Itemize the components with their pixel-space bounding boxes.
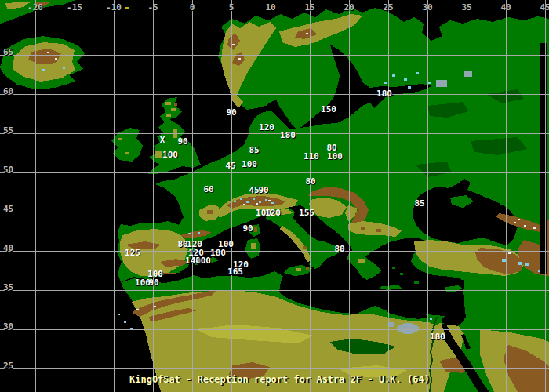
grid-line-vertical xyxy=(349,0,350,392)
reception-report-label: 90 xyxy=(177,137,187,146)
grid-line-horizontal xyxy=(0,251,549,252)
axis-label-longitude: -5 xyxy=(147,3,158,12)
axis-label-longitude: -20 xyxy=(27,3,43,12)
axis-label-latitude: 50 xyxy=(3,165,13,174)
axis-label-latitude: 30 xyxy=(3,322,13,331)
axis-label-latitude: 55 xyxy=(3,126,13,135)
reception-report-label: 80 xyxy=(334,245,344,253)
reception-report-label: 120 xyxy=(265,209,281,217)
reception-report-label: 180 xyxy=(280,131,296,140)
reception-report-label: 85 xyxy=(414,199,424,208)
grid-line-vertical xyxy=(310,0,311,392)
grid-line-vertical xyxy=(271,0,271,392)
axis-label-longitude: 30 xyxy=(422,3,432,12)
reception-report-label: 90 xyxy=(148,278,158,287)
map-title: KingOfSat - Reception report for Astra 2… xyxy=(129,374,430,385)
axis-label-latitude: 60 xyxy=(3,87,13,96)
axis-label-latitude: 25 xyxy=(3,361,13,370)
axis-label-longitude: 40 xyxy=(500,3,511,12)
grid-line-vertical xyxy=(192,0,193,392)
reception-report-label: 45 xyxy=(225,162,235,170)
grid-line-vertical xyxy=(35,0,36,392)
reception-report-label: 100 xyxy=(242,160,257,169)
reception-report-label: 100 xyxy=(195,256,211,265)
axis-label-longitude: 20 xyxy=(344,3,354,12)
grid-line-horizontal xyxy=(0,172,549,173)
reception-report-label: 180 xyxy=(376,89,392,98)
grid-line-horizontal xyxy=(0,16,549,16)
axis-label-latitude: 40 xyxy=(3,244,13,252)
reception-report-label: 180 xyxy=(430,332,445,341)
grid-line-vertical xyxy=(427,0,428,392)
axis-label-longitude: 5 xyxy=(229,3,235,12)
grid-line-horizontal xyxy=(0,94,549,95)
axis-label-longitude: 10 xyxy=(265,3,275,12)
reception-report-label: 120 xyxy=(259,123,274,132)
grid-line-vertical xyxy=(467,0,467,392)
axis-label-longitude: 35 xyxy=(461,3,471,12)
grid-line-horizontal xyxy=(0,55,549,56)
axis-label-longitude: 15 xyxy=(304,3,314,12)
map-edge-seam xyxy=(540,43,549,274)
reception-report-label: 80 xyxy=(305,177,315,186)
reception-report-label: 155 xyxy=(299,209,314,217)
grid-line-horizontal xyxy=(0,329,549,330)
grid-line-horizontal xyxy=(0,133,549,134)
axis-label-longitude: 25 xyxy=(383,3,393,12)
axis-label-latitude: 65 xyxy=(3,48,13,56)
reception-report-label: 90 xyxy=(226,108,236,117)
grid-line-vertical xyxy=(545,0,546,392)
terrain-arabia xyxy=(480,329,549,392)
reception-report-label: 90 xyxy=(242,224,253,233)
axis-label-latitude: 45 xyxy=(3,205,13,213)
reception-report-label: 165 xyxy=(227,267,243,276)
axis-label-longitude: -10 xyxy=(106,3,122,12)
grid-line-vertical xyxy=(114,0,115,392)
reception-report-label: 180 xyxy=(210,249,226,257)
grid-line-vertical xyxy=(231,0,232,392)
x-marker: X xyxy=(160,136,165,144)
grid-line-vertical xyxy=(388,0,389,392)
axis-label-longitude: 0 xyxy=(190,3,195,12)
reception-map[interactable]: -20-15-10-505101520253035404565605550454… xyxy=(0,0,549,392)
grid-line-horizontal xyxy=(0,368,549,369)
grid-line-vertical xyxy=(75,0,75,392)
reception-report-label: 60 xyxy=(203,185,213,194)
reception-report-label: 90 xyxy=(258,186,268,194)
axis-label-longitude: -15 xyxy=(67,3,82,12)
grid-line-vertical xyxy=(153,0,154,392)
grid-line-vertical xyxy=(506,0,507,392)
grid-line-horizontal xyxy=(0,290,549,291)
reception-report-label: 100 xyxy=(327,152,343,161)
reception-report-label: 100 xyxy=(162,151,178,159)
reception-report-label: 150 xyxy=(321,105,336,114)
yellow-dash-artifact xyxy=(125,7,129,9)
reception-report-label: 85 xyxy=(249,146,259,154)
reception-report-label: 110 xyxy=(304,152,319,161)
reception-report-label: 125 xyxy=(125,249,140,257)
axis-label-longitude: 45 xyxy=(540,3,549,12)
axis-label-latitude: 35 xyxy=(3,283,13,292)
